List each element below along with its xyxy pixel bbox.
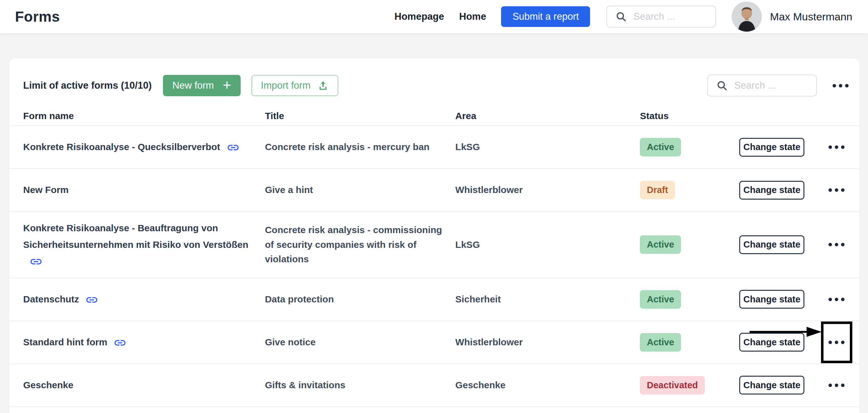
table-header-row: Form name Title Area Status [9,106,859,126]
status-cell: Deactivated [640,376,739,394]
column-header-title: Title [265,110,455,121]
form-name-cell: Geschenke [23,369,265,402]
row-menu-cell [822,169,851,211]
table-row: Geschenke Gifts & invitations Geschenke … [9,364,859,407]
form-name-cell: Datenschutz [23,283,265,316]
row-menu-cell [822,126,851,168]
table-row: Konkrete Risikoanalyse - Quecksilberverb… [9,126,859,169]
forms-toolbar: Limit of active forms (10/10) New form +… [9,74,859,97]
form-area: Geschenke [455,378,640,393]
import-form-button-label: Import form [261,80,311,91]
ellipsis-icon [833,84,836,88]
header-search-input[interactable] [633,11,707,22]
form-area: LkSG [455,237,640,252]
form-name: Konkrete Risikoanalyse - Beauftragung vo… [23,223,248,250]
ellipsis-icon [829,341,832,344]
form-area: LkSG [455,140,640,155]
change-state-button[interactable]: Change state [739,333,804,352]
status-badge: Draft [640,181,675,199]
link-icon[interactable] [85,293,98,307]
submit-report-button[interactable]: Submit a report [501,6,590,27]
top-navigation: Homepage Home Submit a report Max Muster… [395,2,852,32]
column-header-status: Status [640,110,739,121]
nav-link-home[interactable]: Home [459,11,486,22]
form-name: Standard hint form [23,337,107,347]
row-menu-button[interactable] [827,338,846,347]
status-badge: Active [640,138,681,156]
row-menu-button[interactable] [827,142,846,152]
form-name-cell: New Form [23,173,265,206]
link-icon[interactable] [29,255,42,268]
row-menu-button[interactable] [827,380,846,390]
change-state-button[interactable]: Change state [739,181,804,200]
table-row: Konkrete Risikoanalyse - Beauftragung vo… [9,212,859,278]
column-header-form-name: Form name [23,110,265,121]
status-badge: Active [640,290,681,309]
avatar[interactable] [732,2,762,32]
form-title: Gifts & invitations [265,378,455,393]
active-forms-limit-label: Limit of active forms (10/10) [23,80,152,91]
table-row: New Form Give a hint Whistlerblower Draf… [9,169,859,212]
forms-table: Form name Title Area Status Konkrete Ris… [9,106,859,407]
action-cell: Change state [739,138,822,157]
row-menu-button[interactable] [827,294,846,304]
row-menu-cell [822,212,851,278]
form-title: Give a hint [265,183,455,197]
table-row: Standard hint form Give notice Whistlerb… [9,321,859,364]
form-area: Sicherheit [455,292,640,307]
status-cell: Active [640,138,739,156]
status-cell: Active [640,290,739,309]
top-bar: Forms Homepage Home Submit a report Max … [0,0,868,33]
action-cell: Change state [739,181,822,200]
ellipsis-icon [829,298,832,301]
table-options-menu-button[interactable] [831,81,850,91]
upload-icon [317,80,329,91]
user-name[interactable]: Max Mustermann [770,11,852,23]
form-area: Whistlerblower [455,335,640,350]
change-state-button[interactable]: Change state [739,235,804,254]
column-header-area: Area [455,110,640,121]
row-menu-cell [822,364,851,406]
form-name: Datenschutz [23,294,79,304]
change-state-button[interactable]: Change state [739,290,804,309]
form-title: Concrete risk analysis - commissioning o… [265,223,455,267]
form-title: Data protection [265,292,455,307]
table-search-input[interactable] [734,80,808,91]
row-menu-button[interactable] [827,185,846,195]
change-state-button[interactable]: Change state [739,376,804,394]
form-name: New Form [23,185,69,195]
action-cell: Change state [739,235,822,254]
form-area: Whistlerblower [455,183,640,197]
ellipsis-icon [829,243,832,246]
form-name-cell: Konkrete Risikoanalyse - Beauftragung vo… [23,212,265,278]
status-cell: Active [640,333,739,352]
action-cell: Change state [739,376,822,394]
toolbar-right [707,74,850,97]
status-badge: Deactivated [640,376,705,394]
ellipsis-icon [829,188,832,192]
row-menu-cell [822,278,851,321]
link-icon[interactable] [226,141,240,154]
status-badge: Active [640,333,681,352]
form-name-cell: Konkrete Risikoanalyse - Quecksilberverb… [23,131,265,164]
header-search-box[interactable] [606,6,716,28]
form-name: Geschenke [23,380,73,390]
row-menu-button[interactable] [827,240,846,249]
new-form-button[interactable]: New form + [163,75,241,96]
page-title: Forms [15,8,60,25]
row-menu-cell [822,321,851,363]
ellipsis-icon [829,384,832,387]
page-content: Limit of active forms (10/10) New form +… [0,33,868,413]
link-icon[interactable] [114,336,127,349]
ellipsis-icon [829,146,832,149]
form-title: Concrete risk analysis - mercury ban [265,140,455,155]
action-cell: Change state [739,290,822,309]
nav-link-homepage[interactable]: Homepage [395,11,444,22]
new-form-button-label: New form [172,80,214,91]
form-title: Give notice [265,335,455,350]
table-search-box[interactable] [707,74,817,97]
table-row: Datenschutz Data protection Sicherheit A… [9,278,859,321]
search-icon [615,11,627,23]
change-state-button[interactable]: Change state [739,138,804,157]
import-form-button[interactable]: Import form [251,75,338,96]
